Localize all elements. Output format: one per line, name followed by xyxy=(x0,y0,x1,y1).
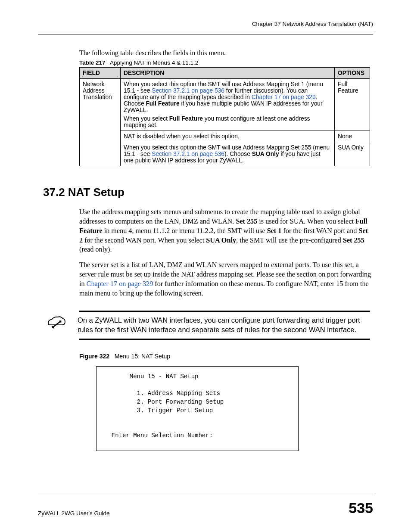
text-bold: SUA Only xyxy=(206,236,236,244)
cell-description: When you select this option the SMT will… xyxy=(121,79,335,131)
cell-description: NAT is disabled when you select this opt… xyxy=(121,131,335,142)
section-heading: 37.2 NAT Setup xyxy=(43,186,373,199)
table-row: Network Address Translation When you sel… xyxy=(80,79,370,131)
menu-screen: Menu 15 - NAT Setup 1. Address Mapping S… xyxy=(96,366,299,451)
table-caption-text: Applying NAT in Menus 4 & 11.1.2 xyxy=(110,59,198,66)
table-row: NAT is disabled when you select this opt… xyxy=(80,131,370,142)
nat-options-table: FIELD DESCRIPTION OPTIONS Network Addres… xyxy=(79,67,370,166)
page-number: 535 xyxy=(349,500,373,516)
table-header-row: FIELD DESCRIPTION OPTIONS xyxy=(80,68,370,79)
body-paragraph: The server set is a list of LAN, DMZ and… xyxy=(79,261,373,298)
text: is used for SUA. When you select xyxy=(257,218,355,225)
page-header: Chapter 37 Network Address Translation (… xyxy=(38,21,373,34)
text-bold: Set 1 xyxy=(267,227,282,235)
text: (read only). xyxy=(79,246,112,253)
cell-description: When you select this option the SMT will… xyxy=(121,142,335,166)
col-field: FIELD xyxy=(80,68,121,79)
footer-guide-name: ZyWALL 2WG User's Guide xyxy=(38,510,110,516)
text: for the first WAN port and xyxy=(281,227,358,235)
intro-paragraph: The following table describes the fields… xyxy=(79,49,373,57)
cell-options: Full Feature xyxy=(335,79,370,131)
body-paragraph: Use the address mapping sets menus and s… xyxy=(79,208,373,255)
text-bold: Set 255 xyxy=(343,236,364,244)
note-block: On a ZyWALL with two WAN interfaces, you… xyxy=(38,311,373,340)
note-text: On a ZyWALL with two WAN interfaces, you… xyxy=(72,315,373,335)
chapter-title: Chapter 37 Network Address Translation (… xyxy=(252,21,373,27)
figure-caption: Figure 322 Menu 15: NAT Setup xyxy=(79,353,373,360)
note-icon xyxy=(40,315,72,330)
text-bold: SUA Only xyxy=(252,151,279,157)
cell-field: Network Address Translation xyxy=(80,79,121,166)
text-bold: Set 255 xyxy=(236,218,257,225)
link-section-37-2-1[interactable]: Section 37.2.1 on page 536 xyxy=(152,87,224,94)
link-chapter-17[interactable]: Chapter 17 on page 329 xyxy=(252,94,316,100)
cell-options: None xyxy=(335,131,370,142)
text-bold: Full Feature xyxy=(169,115,203,122)
table-label: Table 217 xyxy=(79,59,106,66)
text: for the second WAN port. When you select xyxy=(83,236,206,244)
table-caption: Table 217 Applying NAT in Menus 4 & 11.1… xyxy=(79,59,373,66)
text: , the SMT will use the pre-configured xyxy=(236,236,343,244)
note-rule xyxy=(79,311,370,312)
figure-label: Figure 322 xyxy=(79,353,109,360)
link-chapter-17[interactable]: Chapter 17 on page 329 xyxy=(87,280,153,288)
text: ). Choose xyxy=(224,151,252,157)
link-section-37-2-1[interactable]: Section 37.2.1 on page 536 xyxy=(152,151,224,157)
text-bold: Full Feature xyxy=(146,100,179,107)
text: When you select xyxy=(124,115,169,122)
col-options: OPTIONS xyxy=(335,68,370,79)
cell-options: SUA Only xyxy=(335,142,370,166)
col-description: DESCRIPTION xyxy=(121,68,335,79)
text: in menu 4, menu 11.1.2 or menu 11.2.2, t… xyxy=(103,227,267,235)
page-footer: ZyWALL 2WG User's Guide 535 xyxy=(38,496,373,516)
figure-caption-text: Menu 15: NAT Setup xyxy=(115,353,170,360)
note-rule xyxy=(79,339,370,340)
table-row: When you select this option the SMT will… xyxy=(80,142,370,166)
